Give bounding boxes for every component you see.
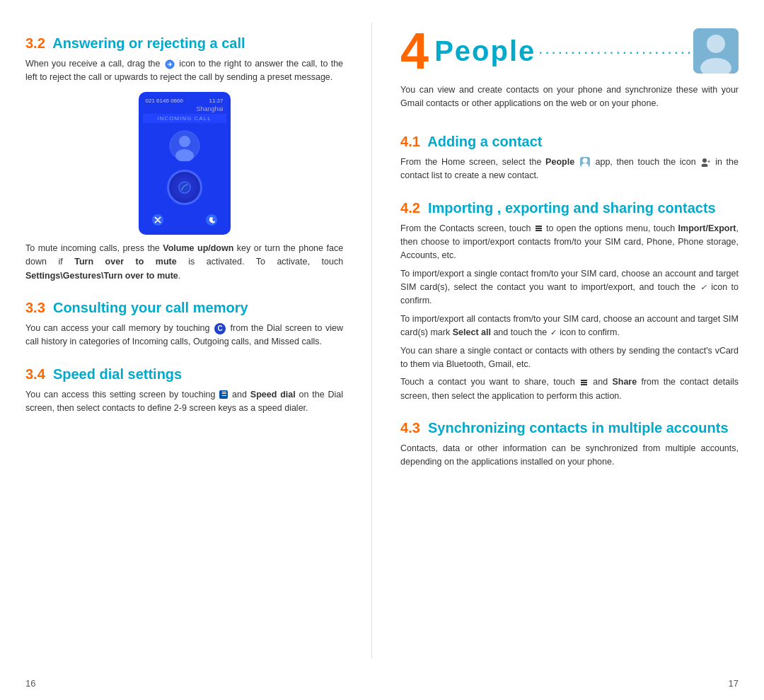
section-43-heading: Synchronizing contacts in multiple accou… xyxy=(428,420,729,436)
section-32-num: 3.2 xyxy=(25,35,45,51)
section-32-heading: Answering or rejecting a call xyxy=(52,35,245,51)
left-page-number: 16 xyxy=(25,678,35,689)
section-43: 4.3 Synchronizing contacts in multiple a… xyxy=(400,407,739,474)
section-33-num: 3.3 xyxy=(25,300,45,315)
section-34-heading: Speed dial settings xyxy=(53,366,182,382)
section-42-title: 4.2 Importing , exporting and sharing co… xyxy=(400,200,739,216)
right-page-number: 17 xyxy=(729,678,739,689)
svg-point-2 xyxy=(179,136,190,147)
svg-point-12 xyxy=(702,158,707,163)
svg-point-13 xyxy=(702,164,708,168)
dial-history-icon: C xyxy=(214,323,226,334)
section-34: 3.4 Speed dial settings You can access t… xyxy=(25,354,343,420)
section-41-heading: Adding a contact xyxy=(427,134,542,149)
section-43-num: 4.3 xyxy=(400,420,420,436)
reject-icon xyxy=(150,212,166,228)
chapter4-number: 4 xyxy=(400,25,429,76)
section-34-body: You can access this setting screen by to… xyxy=(25,388,343,416)
dial-ring xyxy=(143,167,226,208)
phone-status-bar: 021 6146 0666 11:27 xyxy=(143,96,226,105)
svg-point-11 xyxy=(581,163,589,167)
section-42-num: 4.2 xyxy=(400,200,420,216)
people-icon xyxy=(693,28,739,74)
svg-point-10 xyxy=(582,158,587,163)
svg-text:+: + xyxy=(707,159,710,164)
check-icon2: ✓ xyxy=(550,327,557,339)
options-menu-icon xyxy=(536,226,542,231)
check-icon: ✓ xyxy=(700,281,707,293)
section-42-body2: To import/export a single contact from/t… xyxy=(400,267,739,308)
section-42-body4: You can share a single contact or contac… xyxy=(400,344,739,372)
section-33-heading: Consulting your call memory xyxy=(53,300,248,315)
people-app-icon xyxy=(580,157,590,167)
section-42-body3: To import/export all contacts from/to yo… xyxy=(400,313,739,340)
right-column: 4 People ........................ You ca… xyxy=(371,23,739,658)
section-41-body: From the Home screen, select the People … xyxy=(400,156,739,183)
page-footer: 16 17 xyxy=(0,672,764,700)
phone-avatar xyxy=(143,124,226,167)
speed-dial-icon: ☰ xyxy=(219,390,228,399)
section-32-title: 3.2 Answering or rejecting a call xyxy=(25,35,343,52)
section-32: 3.2 Answering or rejecting a call When y… xyxy=(25,23,343,287)
chapter4-header: 4 People ........................ xyxy=(400,25,739,76)
section-42-body5: Touch a contact you want to share, touch… xyxy=(400,375,739,403)
svg-point-8 xyxy=(707,35,725,53)
section-34-num: 3.4 xyxy=(25,366,45,382)
section-41: 4.1 Adding a contact From the Home scree… xyxy=(400,121,739,187)
section-43-title: 4.3 Synchronizing contacts in multiple a… xyxy=(400,420,739,436)
add-contact-icon: + xyxy=(700,157,710,167)
phone-time: 11:27 xyxy=(209,98,224,104)
section-43-body: Contacts, data or other information can … xyxy=(400,442,739,469)
chapter4-intro: You can view and create contacts on your… xyxy=(400,83,739,111)
chapter4-title-wrap: People ........................ xyxy=(434,35,693,67)
left-column: 3.2 Answering or rejecting a call When y… xyxy=(25,23,343,658)
section-42-heading: Importing , exporting and sharing contac… xyxy=(428,200,716,216)
share-menu-icon xyxy=(581,380,587,385)
section-42-body1: From the Contacts screen, touch to open … xyxy=(400,222,739,263)
phone-city: Shanghai xyxy=(143,105,226,112)
section-42: 4.2 Importing , exporting and sharing co… xyxy=(400,187,739,408)
chapter4-dots: ........................ xyxy=(538,40,693,58)
incoming-call-label: INCOMING CALL xyxy=(143,114,226,123)
accept-icon xyxy=(204,212,219,228)
section-32-body1: When you receive a call, drag the icon t… xyxy=(25,57,343,85)
section-33-title: 3.3 Consulting your call memory xyxy=(25,300,343,316)
section-33-body: You can access your call memory by touch… xyxy=(25,322,343,349)
section-41-title: 4.1 Adding a contact xyxy=(400,134,739,150)
section-32-body2: To mute incoming calls, press the Volume… xyxy=(25,242,343,283)
svg-point-4 xyxy=(179,182,190,193)
phone-screenshot: 021 6146 0666 11:27 Shanghai INCOMING CA… xyxy=(139,92,231,235)
chapter4-title: People xyxy=(434,35,536,67)
section-41-num: 4.1 xyxy=(400,134,420,149)
call-drag-icon xyxy=(165,59,175,69)
phone-action-buttons xyxy=(143,208,226,231)
phone-number-display: 021 6146 0666 xyxy=(146,98,183,104)
section-33: 3.3 Consulting your call memory You can … xyxy=(25,287,343,354)
section-34-title: 3.4 Speed dial settings xyxy=(25,366,343,383)
